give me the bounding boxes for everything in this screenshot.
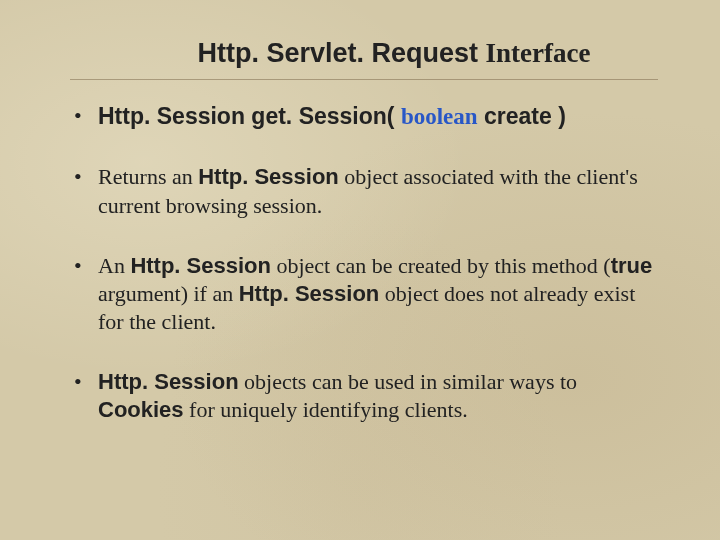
b3-mid2: argument) if an <box>98 281 239 306</box>
slide: Http. Servlet. Request Interface Http. S… <box>0 0 720 540</box>
bullet-3: An Http. Session object can be created b… <box>70 252 658 336</box>
b3-class1: Http. Session <box>130 253 271 278</box>
bullet-list: Http. Session get. Session( boolean crea… <box>70 102 658 425</box>
title-part1: Http. Servlet. Request <box>197 38 485 68</box>
b3-true: true <box>611 253 653 278</box>
b4-cookies: Cookies <box>98 397 184 422</box>
title-divider <box>70 79 658 80</box>
b3-pre: An <box>98 253 130 278</box>
bullet-1: Http. Session get. Session( boolean crea… <box>70 102 658 131</box>
bullet-2: Returns an Http. Session object associat… <box>70 163 658 219</box>
b4-mid: objects can be used in similar ways to <box>239 369 577 394</box>
method-signature: Http. Session get. Session( boolean crea… <box>98 103 566 129</box>
sig-class: Http. Session <box>98 103 245 129</box>
b2-pre: Returns an <box>98 164 198 189</box>
b4-class: Http. Session <box>98 369 239 394</box>
sig-keyword: boolean <box>401 104 478 129</box>
b4-post: for uniquely identifying clients. <box>184 397 468 422</box>
b2-class: Http. Session <box>198 164 339 189</box>
sig-method: get. Session( <box>245 103 401 129</box>
slide-title: Http. Servlet. Request Interface <box>130 38 658 69</box>
title-part2: Interface <box>486 38 591 68</box>
sig-tail: create ) <box>478 103 566 129</box>
bullet-4: Http. Session objects can be used in sim… <box>70 368 658 424</box>
b3-class2: Http. Session <box>239 281 380 306</box>
b3-mid1: object can be created by this method ( <box>271 253 611 278</box>
